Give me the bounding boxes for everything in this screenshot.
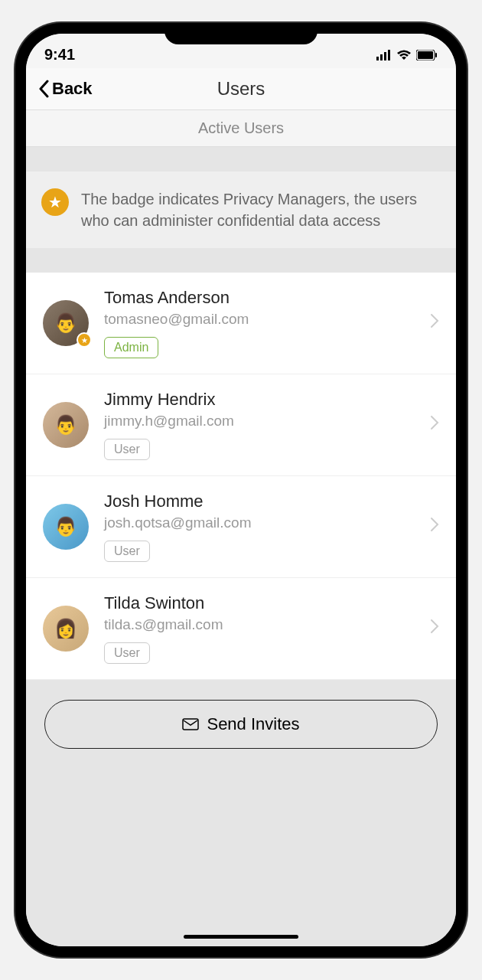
signal-icon xyxy=(376,50,392,60)
battery-icon xyxy=(416,50,438,60)
avatar: 👨 xyxy=(43,504,89,550)
role-badge: User xyxy=(104,541,150,562)
status-time: 9:41 xyxy=(44,46,75,64)
chevron-left-icon xyxy=(38,80,50,98)
star-badge-icon: ★ xyxy=(77,332,92,348)
user-name: Tilda Swinton xyxy=(104,593,415,613)
user-row[interactable]: 👨 Josh Homme josh.qotsa@gmail.com User xyxy=(26,476,456,578)
user-name: Tomas Anderson xyxy=(104,288,415,308)
page-title: Users xyxy=(217,78,265,100)
invite-label: Send Invites xyxy=(207,714,299,734)
chevron-right-icon xyxy=(430,619,439,639)
user-name: Jimmy Hendrix xyxy=(104,390,415,410)
user-row[interactable]: 👨 ★ Tomas Anderson tomasneo@gmail.com Ad… xyxy=(26,273,456,374)
info-banner: ★ The badge indicates Privacy Managers, … xyxy=(26,172,456,248)
user-email: josh.qotsa@gmail.com xyxy=(104,514,415,531)
info-text: The badge indicates Privacy Managers, th… xyxy=(81,188,441,231)
chevron-right-icon xyxy=(430,517,439,537)
avatar: 👨 ★ xyxy=(43,300,89,346)
home-indicator[interactable] xyxy=(184,935,298,939)
svg-rect-6 xyxy=(435,53,437,57)
user-email: jimmy.h@gmail.com xyxy=(104,413,415,430)
avatar: 👩 xyxy=(43,606,89,652)
user-email: tomasneo@gmail.com xyxy=(104,311,415,328)
back-label: Back xyxy=(52,79,93,99)
svg-rect-3 xyxy=(388,50,390,60)
svg-rect-1 xyxy=(380,54,383,60)
svg-rect-2 xyxy=(384,52,386,60)
role-badge: User xyxy=(104,439,150,460)
svg-rect-0 xyxy=(376,57,379,60)
status-icons xyxy=(376,50,438,60)
chevron-right-icon xyxy=(430,415,439,435)
star-badge-icon: ★ xyxy=(41,188,69,216)
user-name: Josh Homme xyxy=(104,492,415,511)
avatar: 👨 xyxy=(43,402,89,448)
mail-icon xyxy=(182,718,199,730)
back-button[interactable]: Back xyxy=(38,79,93,99)
user-row[interactable]: 👨 Jimmy Hendrix jimmy.h@gmail.com User xyxy=(26,374,456,476)
user-email: tilda.s@gmail.com xyxy=(104,616,415,633)
nav-bar: Back Users xyxy=(26,68,456,110)
footer: Send Invites xyxy=(26,680,456,769)
section-header: Active Users xyxy=(26,110,456,147)
wifi-icon xyxy=(396,50,412,60)
svg-rect-5 xyxy=(418,51,433,59)
users-list: 👨 ★ Tomas Anderson tomasneo@gmail.com Ad… xyxy=(26,273,456,680)
chevron-right-icon xyxy=(430,313,439,333)
role-badge: Admin xyxy=(104,337,158,358)
svg-rect-7 xyxy=(183,719,198,730)
send-invites-button[interactable]: Send Invites xyxy=(44,700,438,749)
role-badge: User xyxy=(104,642,150,664)
user-row[interactable]: 👩 Tilda Swinton tilda.s@gmail.com User xyxy=(26,578,456,680)
